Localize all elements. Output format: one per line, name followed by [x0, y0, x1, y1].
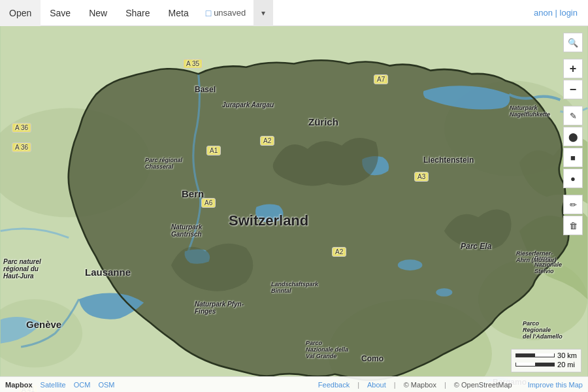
auth-text[interactable]: anon | login [534, 8, 578, 18]
scale-bar: 30 km 20 mi [511, 349, 581, 372]
basemap-ocm[interactable]: OCM [74, 381, 91, 389]
osm-credit: © OpenStreetMap [454, 381, 512, 389]
zoom-out-button[interactable]: − [563, 80, 583, 99]
bottom-bar: Mapbox Satellite OCM OSM Feedback | Abou… [0, 376, 588, 392]
file-icon: □ [206, 8, 211, 18]
svg-point-6 [398, 259, 423, 270]
improve-link[interactable]: Improve this Map [528, 381, 583, 389]
trash-button[interactable]: 🗑 [563, 216, 583, 235]
map-container[interactable]: Switzerland Zürich Bern Lausanne Genève … [0, 26, 588, 392]
unsaved-label: unsaved [214, 8, 246, 18]
new-button[interactable]: New [80, 0, 116, 26]
basemap-satellite[interactable]: Satellite [41, 381, 66, 389]
map-background [0, 26, 588, 392]
square-button[interactable]: ■ [563, 148, 583, 167]
basemap-osm[interactable]: OSM [98, 381, 114, 389]
marker-button[interactable]: ● [563, 169, 583, 188]
unsaved-indicator: □ unsaved [198, 8, 254, 18]
feedback-link[interactable]: Feedback [318, 381, 350, 389]
dropdown-button[interactable]: ▾ [253, 0, 273, 26]
share-button[interactable]: Share [116, 0, 159, 26]
svg-point-7 [436, 288, 452, 297]
pencil-button[interactable]: ✎ [563, 106, 583, 125]
scale-km-label: 30 km [557, 351, 577, 359]
about-link[interactable]: About [367, 381, 386, 389]
scale-mi-label: 20 mi [557, 361, 575, 368]
scale-bar-mi [515, 363, 555, 367]
search-button[interactable]: 🔍 [563, 33, 583, 52]
save-button[interactable]: Save [41, 0, 80, 26]
open-button[interactable]: Open [0, 0, 41, 26]
auth-area: anon | login [523, 8, 588, 18]
right-toolbar: 🔍 + − ✎ ⬤ ■ ● ✏ 🗑 [563, 33, 583, 242]
zoom-in-button[interactable]: + [563, 59, 583, 78]
edit-button[interactable]: ✏ [563, 195, 583, 214]
scale-bar-km [515, 353, 555, 357]
basemap-mapbox[interactable]: Mapbox [5, 381, 33, 389]
toolbar: Open Save New Share Meta □ unsaved ▾ ano… [0, 0, 588, 26]
meta-button[interactable]: Meta [159, 0, 198, 26]
polygon-button[interactable]: ⬤ [563, 127, 583, 146]
mapbox-credit: © Mapbox [404, 381, 436, 389]
